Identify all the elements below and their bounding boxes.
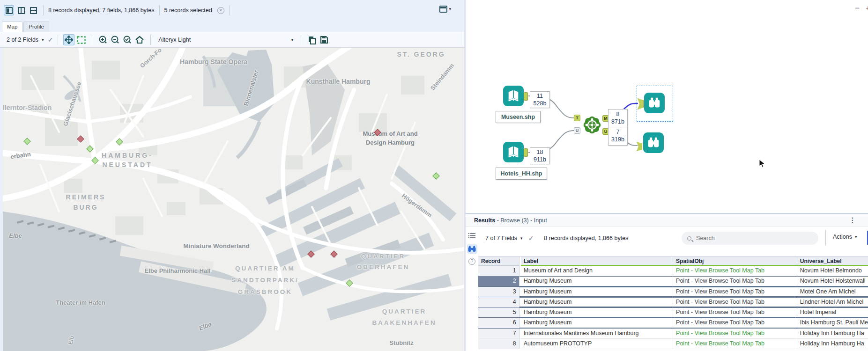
search-input[interactable]	[695, 234, 803, 242]
annotation-museen[interactable]: 11 528b	[530, 91, 550, 108]
table-row[interactable]: 8Automuseum PROTOTYPPoint - View Browse …	[478, 339, 868, 349]
annotation-matched: 8 871b	[608, 110, 627, 127]
results-fields-dropdown[interactable]: 7 of 7 Fields ▾	[485, 235, 523, 241]
tab-map[interactable]: Map	[2, 22, 22, 32]
column-header-spatialobj[interactable]: SpatialObj	[673, 256, 797, 266]
table-cell[interactable]: Holiday Inn Hamburg Ha	[797, 329, 868, 338]
column-header-record[interactable]: Record	[478, 256, 519, 266]
table-cell[interactable]: Hamburg Museum	[521, 276, 673, 286]
tool-label-hotels[interactable]: Hotels_HH.shp	[496, 168, 547, 180]
table-row[interactable]: 4Hamburg MuseumPoint - View Browse Tool …	[478, 297, 868, 307]
input-tool-hotels[interactable]	[503, 142, 524, 162]
annotation-spatial-outputs[interactable]: 8 871b 7 319b	[608, 109, 628, 146]
table-cell[interactable]: Novum Hotel Holstenwall	[797, 276, 868, 286]
kebab-menu-icon[interactable]: ⋮	[849, 216, 856, 224]
input-anchor-u[interactable]: U	[574, 127, 580, 134]
map-toolbar: 2 of 2 Fields ▾ ✓	[0, 32, 464, 48]
apply-check-icon[interactable]: ✓	[48, 36, 53, 44]
layout-two-rows-icon[interactable]	[28, 5, 38, 15]
copy-icon[interactable]	[306, 34, 318, 45]
output-anchor[interactable]	[524, 92, 528, 101]
table-row[interactable]: 3Hamburg MuseumPoint - View Browse Tool …	[478, 287, 868, 297]
table-cell[interactable]: Hamburg Museum	[521, 318, 673, 328]
table-cell[interactable]: Point - View Browse Tool Map Tab	[673, 318, 797, 328]
table-cell[interactable]: Ibis Hamburg St. Pauli Me	[797, 318, 868, 328]
table-cell[interactable]: Lindner Hotel Am Michel	[797, 297, 868, 307]
fields-dropdown[interactable]: 2 of 2 Fields ▾	[7, 37, 44, 43]
table-row[interactable]: 6Hamburg MuseumPoint - View Browse Tool …	[478, 318, 868, 328]
browse-tool-2[interactable]	[643, 132, 664, 153]
basemap-style-value: Alteryx Light	[158, 37, 191, 43]
tool-label-museen[interactable]: Museen.shp	[496, 111, 541, 123]
table-cell[interactable]: Automuseum PROTOTYP	[521, 339, 673, 349]
input-anchor-t[interactable]: T	[574, 115, 580, 121]
table-cell[interactable]: 8	[478, 339, 519, 349]
table-cell[interactable]: Hamburg Museum	[521, 287, 673, 297]
divider	[43, 5, 44, 15]
table-cell[interactable]: Point - View Browse Tool Map Tab	[673, 339, 797, 349]
spatial-match-tool[interactable]	[581, 114, 603, 136]
input-file-icon	[506, 145, 521, 159]
tab-profile[interactable]: Profile	[23, 22, 49, 32]
apply-check-icon[interactable]: ✓	[528, 234, 534, 242]
results-record-status: 8 records displayed, 1,866 bytes	[544, 235, 628, 241]
table-cell[interactable]: Internationales Maritimes Museum Hamburg	[521, 329, 673, 338]
table-cell[interactable]: 3	[478, 287, 519, 297]
metadata-list-icon[interactable]	[467, 231, 477, 240]
annotation-hotels[interactable]: 18 911b	[530, 147, 550, 164]
workflow-canvas[interactable]: − + 11 528b Museen.shp	[466, 0, 868, 213]
byte-count: 871b	[608, 118, 627, 125]
input-tool-museen[interactable]	[503, 86, 524, 106]
record-count: 18	[530, 148, 549, 156]
layout-single-icon[interactable]	[4, 5, 14, 15]
map-canvas[interactable]: ST. GEORGSteindammHamburg State OperaKun…	[3, 48, 464, 351]
divider	[58, 35, 58, 45]
pan-tool-icon[interactable]	[63, 34, 74, 45]
browse-tabs: Map Profile	[0, 21, 464, 32]
browse-tool-1[interactable]	[644, 93, 665, 113]
table-cell[interactable]: 7	[478, 329, 519, 338]
table-cell[interactable]: Hamburg Museum	[521, 307, 673, 317]
search-box[interactable]	[682, 232, 818, 245]
table-cell[interactable]: 6	[478, 318, 519, 328]
browse-map-panel: 8 records displayed, 7 fields, 1,866 byt…	[0, 0, 464, 351]
table-cell[interactable]: Point - View Browse Tool Map Tab	[673, 329, 797, 338]
table-cell[interactable]: 2	[478, 276, 519, 286]
selection-chip: 5 records selected ✕	[164, 7, 224, 14]
chevron-down-icon: ▾	[520, 236, 523, 241]
column-header-label[interactable]: Label	[521, 256, 673, 266]
table-row[interactable]: 2Hamburg MuseumPoint - View Browse Tool …	[478, 276, 868, 286]
panel-dock-menu[interactable]: ▾	[439, 6, 451, 13]
clear-selection-icon[interactable]: ✕	[217, 7, 224, 14]
zoom-extent-home-icon[interactable]	[134, 34, 145, 45]
output-anchor[interactable]	[524, 148, 528, 157]
zoom-selection-icon[interactable]	[122, 34, 133, 45]
table-cell[interactable]: Point - View Browse Tool Map Tab	[673, 297, 797, 307]
select-marquee-icon[interactable]	[75, 34, 87, 45]
table-cell[interactable]: Motel One Am Michel	[797, 287, 868, 297]
save-icon[interactable]	[319, 34, 330, 45]
table-row[interactable]: 7Internationales Maritimes Museum Hambur…	[478, 329, 868, 339]
table-cell[interactable]: Point - View Browse Tool Map Tab	[673, 276, 797, 286]
table-cell[interactable]: Point - View Browse Tool Map Tab	[673, 266, 797, 276]
table-cell[interactable]: Novum Hotel Belmondo	[797, 266, 868, 276]
zoom-out-icon[interactable]	[110, 34, 121, 45]
help-icon[interactable]: ?	[468, 258, 475, 265]
table-cell[interactable]: Point - View Browse Tool Map Tab	[673, 287, 797, 297]
zoom-in-icon[interactable]	[97, 34, 109, 45]
table-cell[interactable]: Holiday Inn Hamburg Ha	[797, 339, 868, 349]
table-cell[interactable]: 1	[478, 266, 519, 276]
layout-two-columns-icon[interactable]	[16, 5, 26, 15]
table-cell[interactable]: 4	[478, 297, 519, 307]
basemap-style-select[interactable]: Alteryx Light ▾	[156, 34, 296, 45]
table-row[interactable]: 1Museum of Art and DesignPoint - View Br…	[478, 266, 868, 276]
table-cell[interactable]: Point - View Browse Tool Map Tab	[673, 307, 797, 317]
table-cell[interactable]: Hamburg Museum	[521, 297, 673, 307]
table-cell[interactable]: 5	[478, 307, 519, 317]
table-row[interactable]: 5Hamburg MuseumPoint - View Browse Tool …	[478, 307, 868, 318]
table-cell[interactable]: Museum of Art and Design	[521, 266, 673, 276]
browse-view-icon[interactable]	[467, 244, 477, 254]
column-header-universe_label[interactable]: Universe_Label	[797, 256, 868, 266]
actions-dropdown[interactable]: Actions ▾	[833, 234, 857, 240]
table-cell[interactable]: Hotel Imperial	[797, 307, 868, 317]
